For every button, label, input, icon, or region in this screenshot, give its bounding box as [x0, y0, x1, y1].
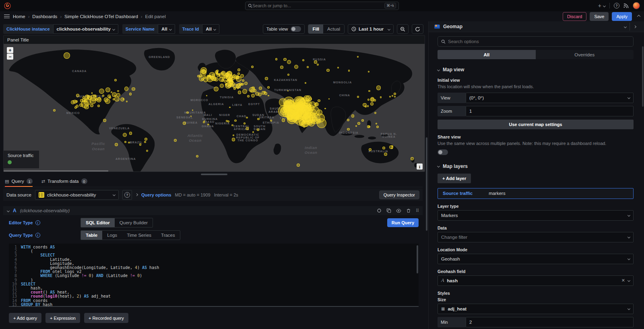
map-data-marker[interactable] — [347, 128, 350, 131]
map-data-marker[interactable] — [64, 52, 70, 59]
map-data-marker[interactable] — [317, 64, 319, 66]
map-data-marker[interactable] — [190, 116, 192, 117]
map-data-marker[interactable] — [207, 75, 209, 77]
map-data-marker[interactable] — [244, 122, 246, 124]
map-data-marker[interactable] — [99, 89, 104, 94]
user-avatar[interactable] — [633, 2, 640, 9]
map-data-marker[interactable] — [146, 150, 148, 152]
map-data-marker[interactable] — [114, 79, 117, 81]
map-data-marker[interactable] — [391, 147, 393, 149]
map-data-marker[interactable] — [128, 142, 130, 144]
map-data-marker[interactable] — [112, 92, 117, 97]
layer-item-source-traffic[interactable]: Source traffic markers — [438, 188, 634, 199]
map-data-marker[interactable] — [107, 95, 111, 98]
breadcrumb-item[interactable]: Simple ClickHouse OTel Dashboard — [64, 14, 138, 19]
map-data-marker[interactable] — [105, 99, 110, 104]
layer-type-select[interactable]: Markers — [438, 210, 634, 221]
map-data-marker[interactable] — [394, 96, 396, 97]
clear-field-icon[interactable]: ✕ — [621, 278, 625, 283]
geohash-field-select[interactable]: A hash ✕ — [438, 275, 634, 286]
location-mode-select[interactable]: Geohash — [438, 254, 634, 264]
map-data-marker[interactable] — [280, 66, 283, 69]
discard-button[interactable]: Discard — [563, 12, 586, 21]
options-search-input[interactable] — [448, 39, 630, 44]
data-filter-select[interactable]: Change filter — [438, 232, 634, 242]
section-map-view[interactable]: Map view — [438, 67, 634, 72]
map-zoom-out-button[interactable]: − — [7, 54, 13, 60]
world-map[interactable]: CANADAUNITED STATESMEXICOVENEZUELABRAZIL… — [4, 44, 425, 172]
map-data-marker[interactable] — [275, 58, 277, 60]
map-zoom-in-button[interactable]: + — [7, 47, 13, 53]
map-data-marker[interactable] — [233, 87, 236, 90]
query-type-logs[interactable]: Logs — [102, 231, 122, 240]
map-data-marker[interactable] — [98, 97, 101, 100]
map-data-marker[interactable] — [305, 95, 312, 101]
map-data-marker[interactable] — [144, 138, 147, 141]
map-data-marker[interactable] — [234, 120, 236, 122]
map-data-marker[interactable] — [236, 84, 241, 89]
left-pane-scrollbar[interactable] — [425, 21, 428, 329]
map-data-marker[interactable] — [252, 131, 254, 133]
map-data-marker[interactable] — [224, 80, 227, 83]
expression-button[interactable]: + Expression — [45, 313, 80, 323]
query-options-toggle[interactable]: Query options — [141, 192, 171, 197]
map-data-marker[interactable] — [361, 119, 364, 122]
section-map-layers[interactable]: Map layers — [438, 163, 634, 169]
map-data-marker[interactable] — [132, 87, 135, 91]
map-data-marker[interactable] — [351, 114, 355, 118]
map-data-marker[interactable] — [302, 59, 304, 61]
query-row-header[interactable]: A (clickhouse-observability) ⠿ — [3, 206, 423, 215]
add-layer-button[interactable]: + Add layer — [438, 174, 471, 183]
variable-value-dropdown[interactable]: All — [202, 24, 219, 34]
map-data-marker[interactable] — [226, 120, 228, 122]
query-builder-option[interactable]: Query Builder — [115, 218, 153, 227]
hide-query-eye-icon[interactable] — [396, 208, 401, 213]
map-data-marker[interactable] — [326, 69, 330, 72]
global-search[interactable]: ⌘+k — [245, 2, 399, 10]
map-data-marker[interactable] — [139, 143, 141, 145]
time-range-picker[interactable]: Last 1 hour — [348, 24, 394, 34]
breadcrumb-item[interactable]: Dashboards — [32, 14, 57, 19]
code-scrollbar[interactable] — [417, 245, 418, 273]
map-data-marker[interactable] — [124, 87, 129, 91]
share-view-toggle[interactable] — [438, 149, 448, 155]
map-data-marker[interactable] — [357, 96, 359, 97]
map-data-marker[interactable] — [357, 122, 360, 125]
map-data-marker[interactable] — [324, 108, 326, 110]
map-data-marker[interactable] — [237, 68, 240, 71]
map-data-marker[interactable] — [318, 99, 320, 102]
editor-type-info-icon[interactable]: i — [35, 220, 40, 225]
menu-toggle-icon[interactable] — [4, 14, 10, 19]
delete-query-trash-icon[interactable] — [406, 208, 411, 213]
map-data-marker[interactable] — [288, 109, 290, 111]
query-collapse-icon[interactable] — [7, 209, 10, 212]
map-data-marker[interactable] — [114, 97, 119, 101]
datasource-picker[interactable]: clickhouse-observability — [35, 190, 119, 200]
news-rss-icon[interactable] — [623, 3, 629, 8]
panel-query-splitter[interactable] — [3, 172, 425, 176]
map-data-marker[interactable] — [117, 90, 119, 92]
map-data-marker[interactable] — [259, 87, 262, 90]
search-input[interactable] — [252, 3, 384, 8]
datasource-help-button[interactable]: ? — [122, 190, 132, 200]
new-menu-button[interactable]: + — [598, 2, 605, 9]
map-data-marker[interactable] — [288, 115, 293, 120]
query-type-info-icon[interactable]: i — [35, 233, 40, 238]
save-button[interactable]: Save — [590, 12, 609, 21]
map-data-marker[interactable] — [231, 124, 233, 126]
map-data-marker[interactable] — [287, 74, 289, 76]
viz-picker-chevron-icon[interactable] — [624, 25, 627, 28]
options-tab-all[interactable]: All — [438, 50, 536, 59]
size-field-select[interactable]: ▦ adj_heat — [438, 304, 634, 314]
map-data-marker[interactable] — [368, 90, 370, 92]
map-data-marker[interactable] — [315, 102, 319, 106]
map-data-marker[interactable] — [268, 95, 269, 96]
duplicate-icon[interactable] — [386, 208, 391, 213]
map-data-marker[interactable] — [216, 72, 218, 74]
map-data-marker[interactable] — [308, 104, 311, 107]
options-pane-scrollbar[interactable] — [642, 46, 644, 107]
map-data-marker[interactable] — [264, 92, 267, 95]
map-data-marker[interactable] — [367, 105, 369, 107]
map-data-marker[interactable] — [347, 119, 349, 121]
map-data-marker[interactable] — [283, 58, 287, 61]
